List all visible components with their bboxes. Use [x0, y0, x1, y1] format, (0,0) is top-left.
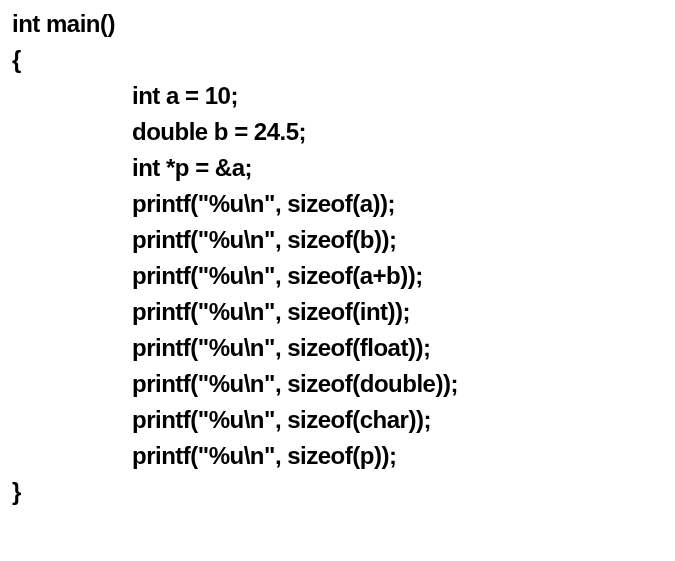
code-line: {: [12, 46, 21, 73]
code-line: printf("%u\n", sizeof(p));: [132, 442, 396, 469]
code-snippet: int main() { int a = 10; double b = 24.5…: [0, 0, 675, 522]
code-line: int main(): [12, 10, 115, 37]
code-line: printf("%u\n", sizeof(char));: [132, 406, 431, 433]
code-line: int a = 10;: [132, 82, 238, 109]
code-line: int *p = &a;: [132, 154, 252, 181]
code-line: printf("%u\n", sizeof(a));: [132, 190, 395, 217]
code-line: double b = 24.5;: [132, 118, 306, 145]
code-line: }: [12, 478, 21, 505]
code-line: printf("%u\n", sizeof(int));: [132, 298, 410, 325]
code-line: printf("%u\n", sizeof(double));: [132, 370, 458, 397]
code-line: printf("%u\n", sizeof(a+b));: [132, 262, 423, 289]
code-line: printf("%u\n", sizeof(b));: [132, 226, 396, 253]
code-line: printf("%u\n", sizeof(float));: [132, 334, 430, 361]
